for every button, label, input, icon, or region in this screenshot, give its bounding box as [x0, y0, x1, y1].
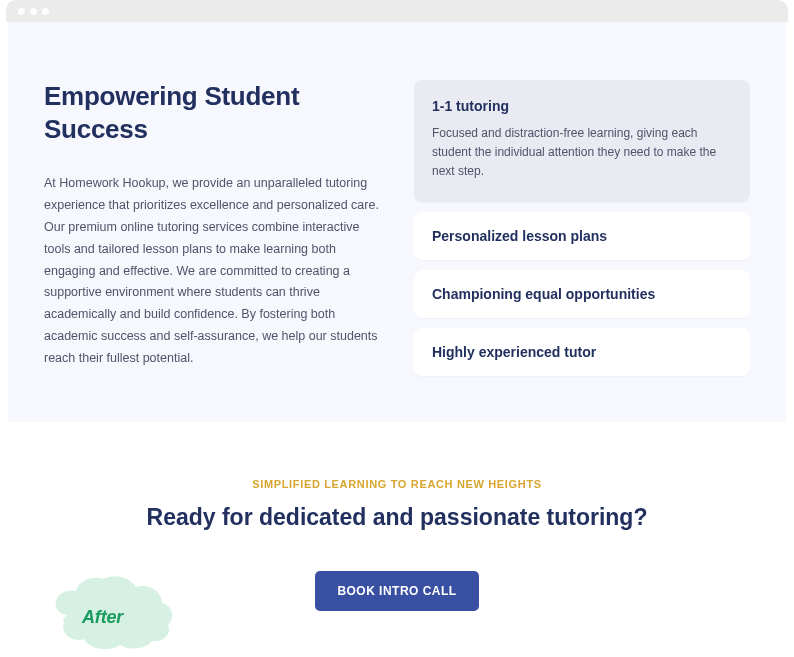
window-dot: [18, 8, 25, 15]
browser-titlebar: [6, 0, 788, 22]
hero-section: Empowering Student Success At Homework H…: [8, 22, 786, 422]
accordion-item-experienced-tutor[interactable]: Highly experienced tutor: [414, 328, 750, 376]
accordion-item-body: Focused and distraction-free learning, g…: [432, 124, 732, 182]
accordion-item-title: Championing equal opportunities: [432, 286, 732, 302]
window-dot: [42, 8, 49, 15]
accordion: 1-1 tutoring Focused and distraction-fre…: [414, 80, 750, 376]
accordion-item-lesson-plans[interactable]: Personalized lesson plans: [414, 212, 750, 260]
accordion-item-title: 1-1 tutoring: [432, 98, 732, 114]
cta-eyebrow: SIMPLIFIED LEARNING TO REACH NEW HEIGHTS: [28, 478, 766, 490]
cta-heading: Ready for dedicated and passionate tutor…: [28, 504, 766, 531]
hero-text-column: Empowering Student Success At Homework H…: [44, 80, 380, 376]
hero-body: At Homework Hookup, we provide an unpara…: [44, 173, 380, 370]
accordion-item-title: Highly experienced tutor: [432, 344, 732, 360]
browser-frame: [6, 0, 788, 22]
accordion-item-tutoring[interactable]: 1-1 tutoring Focused and distraction-fre…: [414, 80, 750, 202]
after-badge-label: After: [82, 607, 123, 628]
accordion-item-equal-opportunities[interactable]: Championing equal opportunities: [414, 270, 750, 318]
accordion-item-title: Personalized lesson plans: [432, 228, 732, 244]
window-dot: [30, 8, 37, 15]
book-intro-call-button[interactable]: BOOK INTRO CALL: [315, 571, 478, 611]
after-badge: After: [50, 571, 180, 651]
hero-headline: Empowering Student Success: [44, 80, 380, 145]
